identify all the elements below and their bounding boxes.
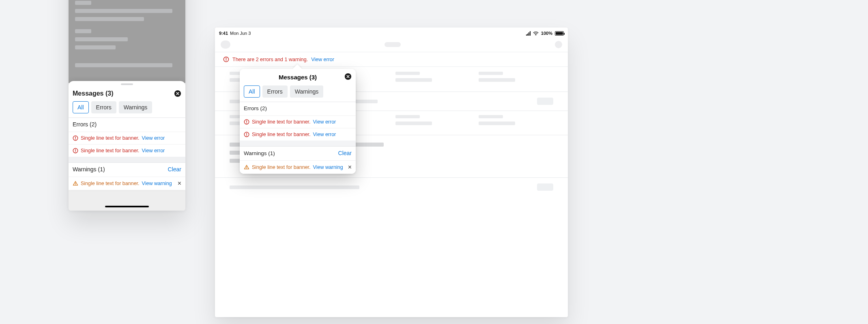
phone-dim-overlay <box>69 0 185 83</box>
clear-warnings-link[interactable]: Clear <box>338 150 352 156</box>
sheet-title: Messages (3) <box>73 90 114 97</box>
banner-text: There are 2 errors and 1 warning. <box>232 57 308 62</box>
messages-popover: Messages (3) All Errors Warnings Errors … <box>240 69 356 174</box>
error-row: Single line text for banner. View error <box>240 115 356 128</box>
banner-view-link[interactable]: View error <box>311 57 334 62</box>
warnings-section-header: Warnings (1) Clear <box>240 146 356 160</box>
error-icon <box>244 132 249 137</box>
tab-warnings[interactable]: Warnings <box>290 85 324 98</box>
sheet-grabber[interactable] <box>121 83 133 85</box>
error-text: Single line text for banner. <box>252 132 311 137</box>
error-row: Single line text for banner. View error <box>240 128 356 141</box>
dismiss-icon[interactable]: × <box>348 164 352 171</box>
status-bar: 9:41 Mon Jun 3 100% <box>215 28 568 37</box>
error-row: Single line text for banner. View error <box>69 144 185 157</box>
warnings-count-label: Warnings (1) <box>73 166 105 173</box>
error-icon <box>244 119 249 125</box>
tab-all[interactable]: All <box>73 101 89 113</box>
tab-errors[interactable]: Errors <box>91 101 116 113</box>
close-icon[interactable] <box>344 73 352 80</box>
warning-icon <box>244 164 249 170</box>
error-text: Single line text for banner. <box>252 119 311 125</box>
nav-back-button[interactable] <box>221 40 230 49</box>
svg-point-20 <box>246 168 247 169</box>
tab-all[interactable]: All <box>244 85 260 98</box>
warning-text: Single line text for banner. <box>252 164 311 170</box>
status-date: Mon Jun 3 <box>230 31 251 36</box>
error-icon <box>223 56 229 62</box>
status-time: 9:41 <box>219 31 228 36</box>
phone-frame: Messages (3) All Errors Warnings Errors … <box>69 0 185 211</box>
home-indicator[interactable] <box>105 206 149 207</box>
warning-icon <box>73 181 78 186</box>
svg-point-8 <box>75 184 76 185</box>
svg-point-11 <box>226 60 227 61</box>
battery-label: 100% <box>541 31 552 36</box>
error-text: Single line text for banner. <box>81 148 140 153</box>
error-banner: There are 2 errors and 1 warning. View e… <box>215 52 568 67</box>
section-gap <box>69 157 185 162</box>
tab-warnings[interactable]: Warnings <box>119 101 153 113</box>
svg-point-18 <box>246 135 247 136</box>
messages-sheet: Messages (3) All Errors Warnings Errors … <box>69 81 185 190</box>
warning-row: Single line text for banner. View warnin… <box>240 160 356 174</box>
errors-section-header: Errors (2) <box>69 117 185 132</box>
nav-action-button[interactable] <box>555 41 562 48</box>
errors-count-label: Errors (2) <box>73 121 97 128</box>
error-row: Single line text for banner. View error <box>69 132 185 144</box>
warnings-section-header: Warnings (1) Clear <box>69 162 185 177</box>
signal-icon <box>526 31 531 36</box>
error-icon <box>73 135 78 141</box>
view-error-link[interactable]: View error <box>313 119 336 125</box>
warning-row: Single line text for banner. View warnin… <box>69 177 185 190</box>
error-icon <box>73 148 78 153</box>
view-error-link[interactable]: View error <box>142 148 165 153</box>
popover-title: Messages (3) <box>279 74 317 81</box>
filter-tabs: All Errors Warnings <box>240 83 356 102</box>
view-error-link[interactable]: View error <box>313 132 336 137</box>
svg-point-6 <box>75 151 76 152</box>
view-warning-link[interactable]: View warning <box>313 164 343 170</box>
battery-icon <box>555 31 564 36</box>
nav-title-skeleton <box>385 42 401 47</box>
nav-bar <box>215 37 568 52</box>
dismiss-icon[interactable]: × <box>178 180 181 187</box>
tab-errors[interactable]: Errors <box>262 85 288 98</box>
svg-point-15 <box>246 123 247 124</box>
errors-count-label: Errors (2) <box>244 105 267 111</box>
errors-section-header: Errors (2) <box>240 102 356 115</box>
view-warning-link[interactable]: View warning <box>142 181 172 186</box>
warning-text: Single line text for banner. <box>81 181 140 186</box>
error-text: Single line text for banner. <box>81 135 140 141</box>
svg-point-3 <box>75 139 76 140</box>
list-item <box>230 183 553 191</box>
warnings-count-label: Warnings (1) <box>244 150 275 156</box>
section-gap <box>240 141 356 146</box>
view-error-link[interactable]: View error <box>142 135 165 141</box>
clear-warnings-link[interactable]: Clear <box>168 166 181 173</box>
filter-tabs: All Errors Warnings <box>69 101 185 117</box>
wifi-icon <box>533 31 539 36</box>
close-icon[interactable] <box>174 90 181 97</box>
